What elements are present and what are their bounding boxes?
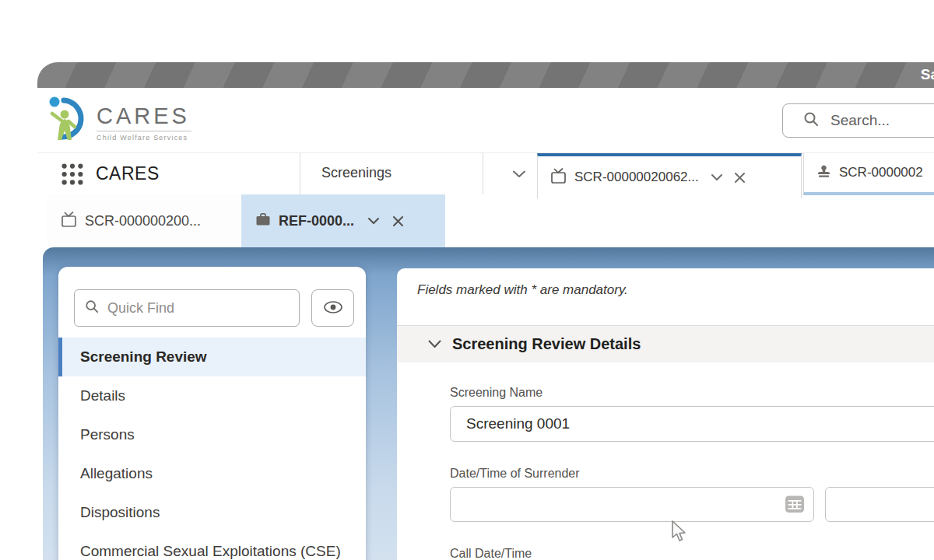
calendar-icon[interactable] <box>785 494 805 517</box>
tv-icon <box>550 168 567 187</box>
mouse-cursor <box>669 520 688 546</box>
banner-text: Sa <box>921 66 934 83</box>
subtab-label: REF-0000... <box>279 213 354 229</box>
quick-find-input[interactable] <box>106 299 265 317</box>
nav-divider <box>483 153 483 195</box>
logo-title: CARES <box>97 105 191 128</box>
nav-list-item-cse[interactable]: Commercial Sexual Exploitations (CSE) <box>58 532 366 560</box>
form-fields: Screening Name Date/Time of Surrender Ca… <box>397 362 934 560</box>
workspace-tab-label: SCR-0000002 <box>839 165 923 180</box>
window-top-banner: Sa <box>37 62 934 88</box>
app-launcher-icon[interactable] <box>61 163 84 186</box>
screening-name-input[interactable] <box>450 406 934 442</box>
nav-list-item-allegations[interactable]: Allegations <box>58 454 366 493</box>
nav-divider <box>300 153 300 195</box>
record-nav-list: Screening Review Details Persons Allegat… <box>58 338 366 560</box>
section-title: Screening Review Details <box>452 335 641 353</box>
section-header-screening-review-details[interactable]: Screening Review Details <box>397 325 934 362</box>
subtab-ref-active[interactable]: REF-0000... <box>241 194 445 247</box>
subtab-label: SCR-000000200... <box>85 213 201 229</box>
mandatory-note: Fields marked with * are mandatory. <box>417 282 934 298</box>
surrender-date-input[interactable] <box>450 487 814 522</box>
cares-logo: CARES Child Welfare Services <box>47 94 191 147</box>
navigation-bar: CARES Screenings SCR-00000020062... SCR-… <box>37 152 934 195</box>
global-search[interactable] <box>782 103 934 138</box>
subtab-close-icon[interactable] <box>393 216 403 226</box>
record-content-area: Screening Review Details Persons Allegat… <box>43 247 934 560</box>
app-header: CARES Child Welfare Services <box>37 88 934 152</box>
stamp-icon <box>816 164 831 182</box>
search-icon <box>85 299 99 317</box>
subtab-chevron-down-icon[interactable] <box>368 218 379 225</box>
field-label-datetime-surrender: Date/Time of Surrender <box>450 467 934 481</box>
nav-list-item-dispositions[interactable]: Dispositions <box>58 493 366 532</box>
section-chevron-down-icon <box>428 338 441 352</box>
record-nav-card: Screening Review Details Persons Allegat… <box>58 267 366 560</box>
field-label-screening-name: Screening Name <box>450 386 934 400</box>
nav-list-item-details[interactable]: Details <box>58 376 366 415</box>
screenings-dropdown-chevron-icon[interactable] <box>501 153 537 195</box>
eye-icon <box>323 300 343 317</box>
global-search-input[interactable] <box>829 111 934 130</box>
surrender-time-input[interactable] <box>825 487 934 522</box>
nav-list-item-persons[interactable]: Persons <box>58 415 366 454</box>
logo-tagline: Child Welfare Services <box>97 131 191 142</box>
form-panel: Fields marked with * are mandatory. Scre… <box>397 268 934 560</box>
nav-list-item-screening-review[interactable]: Screening Review <box>58 338 366 376</box>
tab-close-icon[interactable] <box>735 173 745 183</box>
workspace-tab-scr-active[interactable]: SCR-00000020062... <box>537 153 802 198</box>
subtab-bar: SCR-000000200... REF-0000... <box>37 194 934 247</box>
tv-icon <box>61 212 77 231</box>
tab-chevron-down-icon[interactable] <box>711 174 722 181</box>
search-icon <box>803 111 819 130</box>
app-name: CARES <box>96 163 160 184</box>
screen: Sa CARES Child Welfare Services <box>0 0 934 560</box>
briefcase-icon <box>255 212 271 229</box>
subtab-scr[interactable]: SCR-000000200... <box>47 194 241 247</box>
workspace-tab-label: SCR-00000020062... <box>574 170 699 185</box>
visibility-toggle-button[interactable] <box>311 289 354 327</box>
cares-logo-mark-icon <box>47 94 92 147</box>
nav-item-screenings[interactable]: Screenings <box>321 165 392 181</box>
workspace-tab-scr-2[interactable]: SCR-0000002 <box>803 153 934 195</box>
quick-find-box[interactable] <box>74 289 300 327</box>
field-label-call-datetime: Call Date/Time <box>450 547 934 560</box>
